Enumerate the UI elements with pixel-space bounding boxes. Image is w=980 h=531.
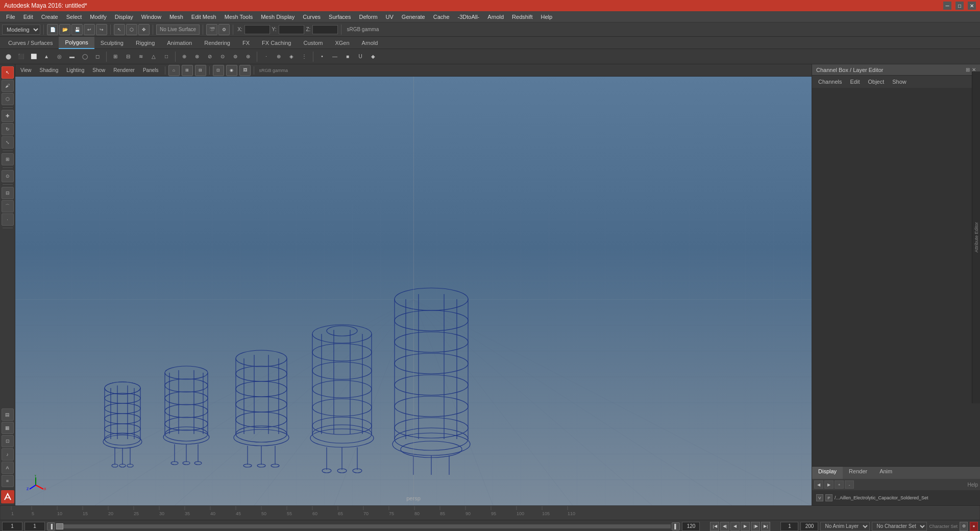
quick-sel-button[interactable]: ⊡ xyxy=(2,435,14,447)
step-forward-button[interactable]: |▶ xyxy=(751,522,760,531)
tab-animation[interactable]: Animation xyxy=(161,37,198,49)
cb-tab-object[interactable]: Object xyxy=(866,78,886,86)
layer-tab-render[interactable]: Render xyxy=(843,467,873,479)
snap-to-point[interactable]: · xyxy=(2,213,14,226)
menu-mesh[interactable]: Mesh xyxy=(165,13,187,21)
menu-cache[interactable]: Cache xyxy=(429,13,454,21)
layer-visibility-check[interactable]: V xyxy=(816,494,823,501)
no-live-surface[interactable]: No Live Surface xyxy=(156,25,200,35)
tab-sculpting[interactable]: Sculpting xyxy=(94,37,130,49)
move-tool[interactable]: ✚ xyxy=(2,110,14,122)
char-set-button[interactable]: A xyxy=(2,462,14,474)
layer-tab-anim[interactable]: Anim xyxy=(873,467,898,479)
tab-xgen[interactable]: XGen xyxy=(329,37,355,49)
redo-button[interactable]: ↪ xyxy=(96,24,107,35)
menu-surfaces[interactable]: Surfaces xyxy=(325,13,355,21)
bevel-icon[interactable]: ⊘ xyxy=(204,51,216,63)
menu-edit-mesh[interactable]: Edit Mesh xyxy=(187,13,220,21)
vp-frame-all-button[interactable]: ⊟ xyxy=(195,65,206,76)
snap-to-grid[interactable]: ⊟ xyxy=(2,187,14,199)
menu-arnold[interactable]: Arnold xyxy=(483,13,508,21)
cb-tab-show[interactable]: Show xyxy=(890,78,909,86)
smooth-icon[interactable]: ≋ xyxy=(135,51,147,63)
menu-generate[interactable]: Generate xyxy=(398,13,429,21)
menu-redshift[interactable]: Redshift xyxy=(508,13,536,21)
channel-box-expand[interactable]: ⊞ xyxy=(966,67,970,73)
layer-p-check[interactable]: P xyxy=(825,494,832,501)
viewport-3d[interactable]: persp X Y Z xyxy=(15,77,812,505)
minimize-button[interactable]: ─ xyxy=(943,2,951,10)
tab-curves-surfaces[interactable]: Curves / Surfaces xyxy=(2,37,59,49)
cb-tab-channels[interactable]: Channels xyxy=(816,78,844,86)
layer-add-btn[interactable]: + xyxy=(835,480,844,489)
current-frame-field[interactable] xyxy=(24,522,45,531)
menu-3dto-all[interactable]: -3DtoAll- xyxy=(454,13,484,21)
cone-icon[interactable]: ▲ xyxy=(40,51,53,63)
go-to-start-button[interactable]: |◀ xyxy=(710,522,719,531)
rotate-tool[interactable]: ↻ xyxy=(2,123,14,135)
tab-fx-caching[interactable]: FX Caching xyxy=(256,37,297,49)
torus-icon[interactable]: ◎ xyxy=(53,51,65,63)
layer-tab-display[interactable]: Display xyxy=(812,467,843,479)
cube-icon[interactable]: ⬛ xyxy=(15,51,27,63)
vp-texture-button[interactable]: 🖼 xyxy=(239,65,251,76)
triangulate-icon[interactable]: △ xyxy=(148,51,160,63)
lighting-menu[interactable]: Lighting xyxy=(63,66,87,74)
select-tool[interactable]: ↖ xyxy=(2,66,14,79)
misc-button[interactable]: ≡ xyxy=(2,475,14,487)
lasso-tool-button[interactable]: ⬡ xyxy=(126,24,137,35)
auto-key-button[interactable]: ● xyxy=(970,522,978,531)
x-coord-field[interactable] xyxy=(244,25,270,34)
anim-start-field[interactable] xyxy=(780,522,798,531)
vp-fit-button[interactable]: ⊞ xyxy=(182,65,193,76)
panels-menu[interactable]: Panels xyxy=(140,66,162,74)
shading-menu[interactable]: Shading xyxy=(37,66,62,74)
tab-custom[interactable]: Custom xyxy=(298,37,329,49)
face-icon[interactable]: ■ xyxy=(341,51,354,63)
cylinder-icon[interactable]: ⬜ xyxy=(28,51,40,63)
snap-to-curve[interactable]: ⌒ xyxy=(2,200,14,212)
vp-wireframe-button[interactable]: ⊡ xyxy=(213,65,224,76)
character-set-dropdown[interactable]: No Character Set xyxy=(872,522,927,531)
cb-tab-edit[interactable]: Edit xyxy=(848,78,862,86)
attribute-editor-tab[interactable]: Attribute Editor xyxy=(972,71,980,403)
render-button[interactable]: 🎬 xyxy=(206,24,217,35)
target-weld-icon[interactable]: ⊕ xyxy=(273,51,285,63)
menu-edit[interactable]: Edit xyxy=(19,13,37,21)
pipe-icon[interactable]: ◻ xyxy=(91,51,104,63)
combine-icon[interactable]: ⊞ xyxy=(109,51,121,63)
vertex-face-icon[interactable]: ◆ xyxy=(367,51,379,63)
play-forward-button[interactable]: ▶ xyxy=(741,522,750,531)
sphere-icon[interactable]: ⬤ xyxy=(2,51,14,63)
undo-button[interactable]: ↩ xyxy=(84,24,95,35)
timeline-area[interactable]: 1 5 10 15 20 25 30 35 40 45 50 55 xyxy=(0,505,980,520)
merge-vertex-icon[interactable]: ⋅ xyxy=(260,51,272,63)
menu-display[interactable]: Display xyxy=(111,13,137,21)
uv-icon[interactable]: U xyxy=(354,51,366,63)
tab-polygons[interactable]: Polygons xyxy=(59,37,94,49)
chamfer-icon[interactable]: ◈ xyxy=(285,51,298,63)
y-coord-field[interactable] xyxy=(279,25,304,34)
anim-settings-button[interactable]: ⚙ xyxy=(960,522,968,531)
vp-home-button[interactable]: ⌂ xyxy=(168,65,180,76)
menu-curves[interactable]: Curves xyxy=(299,13,325,21)
bridge-icon[interactable]: ⊗ xyxy=(191,51,203,63)
display-layer-button[interactable]: ▤ xyxy=(2,408,14,421)
render-settings-button[interactable]: ⚙ xyxy=(218,24,230,35)
plane-icon[interactable]: ▬ xyxy=(66,51,78,63)
menu-mesh-display[interactable]: Mesh Display xyxy=(257,13,299,21)
lasso-tool[interactable]: ⬡ xyxy=(2,93,14,105)
render-layer-button[interactable]: ▦ xyxy=(2,422,14,434)
menu-modify[interactable]: Modify xyxy=(86,13,110,21)
menu-mesh-tools[interactable]: Mesh Tools xyxy=(220,13,257,21)
extrude-icon[interactable]: ⊕ xyxy=(178,51,190,63)
scale-tool[interactable]: ⤡ xyxy=(2,136,14,149)
range-slider[interactable] xyxy=(56,524,671,528)
save-scene-button[interactable]: 💾 xyxy=(71,24,83,35)
range-handle[interactable] xyxy=(56,523,63,529)
menu-help[interactable]: Help xyxy=(536,13,556,21)
anim-layer-dropdown[interactable]: No Anim Layer xyxy=(820,522,870,531)
workspace-dropdown[interactable]: Modeling xyxy=(2,25,40,35)
edge-icon[interactable]: — xyxy=(329,51,341,63)
layer-row-capacitor[interactable]: V P /...Aillen_Electrolytic_Capacitor_So… xyxy=(814,492,978,503)
